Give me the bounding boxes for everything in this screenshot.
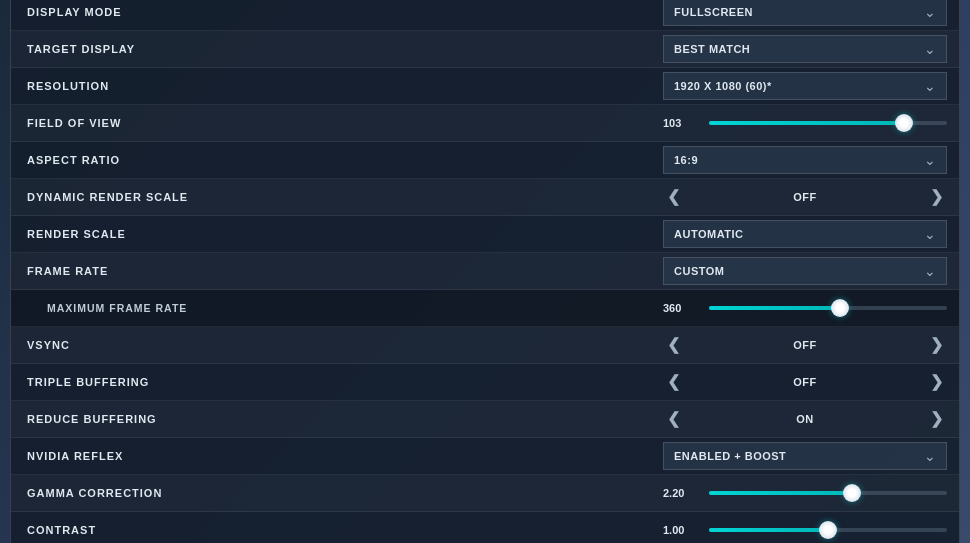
slider-value-field-of-view: 103	[663, 117, 699, 129]
row-maximum-frame-rate: MAXIMUM FRAME RATE360	[11, 290, 959, 327]
control-maximum-frame-rate: 360	[651, 290, 959, 326]
arrow-value-reduce-buffering: ON	[684, 413, 926, 425]
slider-control-maximum-frame-rate: 360	[663, 302, 947, 314]
slider-thumb-field-of-view[interactable]	[895, 114, 913, 132]
slider-value-maximum-frame-rate: 360	[663, 302, 699, 314]
dropdown-render-scale[interactable]: AUTOMATIC⌄	[663, 220, 947, 248]
slider-fill-gamma-correction	[709, 491, 852, 495]
dropdown-value-resolution: 1920 X 1080 (60)*	[674, 80, 772, 92]
dropdown-value-render-scale: AUTOMATIC	[674, 228, 743, 240]
row-resolution: RESOLUTION1920 X 1080 (60)*⌄	[11, 68, 959, 105]
arrow-control-reduce-buffering: ❮ON❯	[663, 409, 947, 428]
dropdown-value-nvidia-reflex: ENABLED + BOOST	[674, 450, 786, 462]
row-vsync: VSYNC❮OFF❯	[11, 327, 959, 364]
row-field-of-view: FIELD OF VIEW103	[11, 105, 959, 142]
label-target-display: TARGET DISPLAY	[11, 35, 651, 63]
arrow-control-triple-buffering: ❮OFF❯	[663, 372, 947, 391]
arrow-control-vsync: ❮OFF❯	[663, 335, 947, 354]
chevron-down-icon: ⌄	[924, 152, 936, 168]
label-aspect-ratio: ASPECT RATIO	[11, 146, 651, 174]
label-nvidia-reflex: NVIDIA REFLEX	[11, 442, 651, 470]
slider-thumb-maximum-frame-rate[interactable]	[831, 299, 849, 317]
control-dynamic-render-scale[interactable]: ❮OFF❯	[651, 179, 959, 215]
arrow-value-triple-buffering: OFF	[684, 376, 926, 388]
chevron-down-icon: ⌄	[924, 41, 936, 57]
arrow-control-dynamic-render-scale: ❮OFF❯	[663, 187, 947, 206]
label-display-mode: DISPLAY MODE	[11, 0, 651, 26]
control-frame-rate[interactable]: CUSTOM⌄	[651, 253, 959, 289]
row-reduce-buffering: REDUCE BUFFERING❮ON❯	[11, 401, 959, 438]
chevron-down-icon: ⌄	[924, 226, 936, 242]
arrow-left-dynamic-render-scale[interactable]: ❮	[663, 187, 684, 206]
slider-track-contrast[interactable]	[709, 528, 947, 532]
control-aspect-ratio[interactable]: 16:9⌄	[651, 142, 959, 178]
arrow-right-vsync[interactable]: ❯	[926, 335, 947, 354]
label-resolution: RESOLUTION	[11, 72, 651, 100]
dropdown-value-display-mode: FULLSCREEN	[674, 6, 753, 18]
control-field-of-view: 103	[651, 105, 959, 141]
slider-track-gamma-correction[interactable]	[709, 491, 947, 495]
slider-control-contrast: 1.00	[663, 524, 947, 536]
row-frame-rate: FRAME RATECUSTOM⌄	[11, 253, 959, 290]
control-nvidia-reflex[interactable]: ENABLED + BOOST⌄	[651, 438, 959, 474]
row-contrast: CONTRAST1.00	[11, 512, 959, 544]
dropdown-frame-rate[interactable]: CUSTOM⌄	[663, 257, 947, 285]
dropdown-target-display[interactable]: BEST MATCH⌄	[663, 35, 947, 63]
arrow-value-vsync: OFF	[684, 339, 926, 351]
slider-fill-maximum-frame-rate	[709, 306, 840, 310]
row-render-scale: RENDER SCALEAUTOMATIC⌄	[11, 216, 959, 253]
label-contrast: CONTRAST	[11, 516, 651, 544]
control-vsync[interactable]: ❮OFF❯	[651, 327, 959, 363]
label-maximum-frame-rate: MAXIMUM FRAME RATE	[11, 294, 651, 322]
chevron-down-icon: ⌄	[924, 78, 936, 94]
slider-value-gamma-correction: 2.20	[663, 487, 699, 499]
arrow-right-dynamic-render-scale[interactable]: ❯	[926, 187, 947, 206]
chevron-down-icon: ⌄	[924, 448, 936, 464]
chevron-down-icon: ⌄	[924, 263, 936, 279]
arrow-left-vsync[interactable]: ❮	[663, 335, 684, 354]
rows-container: DISPLAY MODEFULLSCREEN⌄TARGET DISPLAYBES…	[11, 0, 959, 543]
dropdown-aspect-ratio[interactable]: 16:9⌄	[663, 146, 947, 174]
row-aspect-ratio: ASPECT RATIO16:9⌄	[11, 142, 959, 179]
slider-thumb-contrast[interactable]	[819, 521, 837, 539]
arrow-right-triple-buffering[interactable]: ❯	[926, 372, 947, 391]
dropdown-value-aspect-ratio: 16:9	[674, 154, 698, 166]
row-display-mode: DISPLAY MODEFULLSCREEN⌄	[11, 0, 959, 31]
dropdown-value-frame-rate: CUSTOM	[674, 265, 724, 277]
slider-thumb-gamma-correction[interactable]	[843, 484, 861, 502]
control-display-mode[interactable]: FULLSCREEN⌄	[651, 0, 959, 30]
slider-control-gamma-correction: 2.20	[663, 487, 947, 499]
slider-fill-field-of-view	[709, 121, 904, 125]
slider-track-field-of-view[interactable]	[709, 121, 947, 125]
control-gamma-correction: 2.20	[651, 475, 959, 511]
arrow-value-dynamic-render-scale: OFF	[684, 191, 926, 203]
slider-control-field-of-view: 103	[663, 117, 947, 129]
settings-panel: NVIDIA GEFORCE RTX 3070 TI DISPLAY MODEF…	[10, 0, 960, 543]
slider-fill-contrast	[709, 528, 828, 532]
arrow-left-triple-buffering[interactable]: ❮	[663, 372, 684, 391]
label-triple-buffering: TRIPLE BUFFERING	[11, 368, 651, 396]
label-dynamic-render-scale: DYNAMIC RENDER SCALE	[11, 183, 651, 211]
row-gamma-correction: GAMMA CORRECTION2.20	[11, 475, 959, 512]
control-triple-buffering[interactable]: ❮OFF❯	[651, 364, 959, 400]
label-field-of-view: FIELD OF VIEW	[11, 109, 651, 137]
row-dynamic-render-scale: DYNAMIC RENDER SCALE❮OFF❯	[11, 179, 959, 216]
control-render-scale[interactable]: AUTOMATIC⌄	[651, 216, 959, 252]
label-frame-rate: FRAME RATE	[11, 257, 651, 285]
dropdown-display-mode[interactable]: FULLSCREEN⌄	[663, 0, 947, 26]
slider-value-contrast: 1.00	[663, 524, 699, 536]
dropdown-nvidia-reflex[interactable]: ENABLED + BOOST⌄	[663, 442, 947, 470]
row-nvidia-reflex: NVIDIA REFLEXENABLED + BOOST⌄	[11, 438, 959, 475]
row-target-display: TARGET DISPLAYBEST MATCH⌄	[11, 31, 959, 68]
chevron-down-icon: ⌄	[924, 4, 936, 20]
dropdown-value-target-display: BEST MATCH	[674, 43, 750, 55]
slider-track-maximum-frame-rate[interactable]	[709, 306, 947, 310]
control-contrast: 1.00	[651, 512, 959, 544]
control-target-display[interactable]: BEST MATCH⌄	[651, 31, 959, 67]
label-gamma-correction: GAMMA CORRECTION	[11, 479, 651, 507]
control-resolution[interactable]: 1920 X 1080 (60)*⌄	[651, 68, 959, 104]
control-reduce-buffering[interactable]: ❮ON❯	[651, 401, 959, 437]
dropdown-resolution[interactable]: 1920 X 1080 (60)*⌄	[663, 72, 947, 100]
arrow-left-reduce-buffering[interactable]: ❮	[663, 409, 684, 428]
arrow-right-reduce-buffering[interactable]: ❯	[926, 409, 947, 428]
